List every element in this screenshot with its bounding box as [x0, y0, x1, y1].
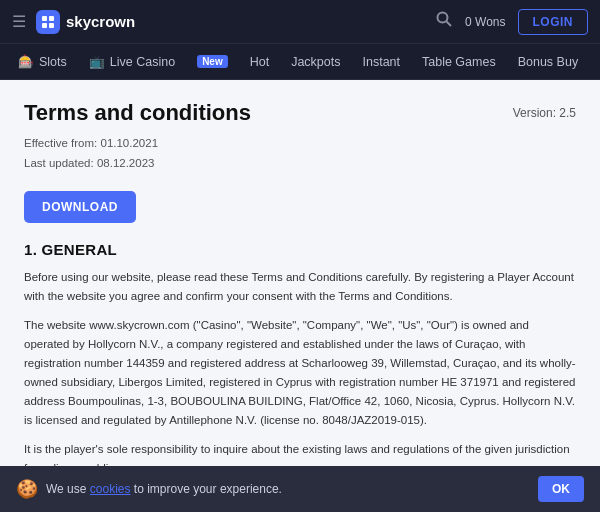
nav-label-hot: Hot: [250, 55, 269, 69]
page-title-row: Terms and conditions Version: 2.5: [24, 100, 576, 126]
download-button[interactable]: DOWNLOAD: [24, 191, 136, 223]
cookie-ok-button[interactable]: OK: [538, 476, 584, 502]
search-icon[interactable]: [435, 10, 453, 33]
wins-badge: 0 Wons: [465, 15, 505, 29]
effective-dates: Effective from: 01.10.2021 Last updated:…: [24, 134, 576, 173]
nav-item-drops-wins[interactable]: Drops & Wins: [590, 50, 600, 74]
cookie-text: We use cookies to improve your experienc…: [46, 482, 530, 496]
cookie-text-before: We use: [46, 482, 86, 496]
nav-item-live-casino[interactable]: 📺 Live Casino: [79, 49, 185, 74]
main-content: Terms and conditions Version: 2.5 Effect…: [0, 80, 600, 512]
new-tag: New: [197, 55, 228, 68]
header: ☰ skycrown 0 Wons LOGIN: [0, 0, 600, 44]
svg-line-5: [447, 22, 452, 27]
cookie-link[interactable]: cookies: [90, 482, 131, 496]
nav-item-new[interactable]: New: [187, 50, 238, 73]
svg-rect-2: [42, 23, 47, 28]
effective-from: Effective from: 01.10.2021: [24, 134, 576, 154]
svg-rect-3: [49, 23, 54, 28]
page-title: Terms and conditions: [24, 100, 251, 126]
live-casino-icon: 📺: [89, 54, 105, 69]
cookie-bar: 🍪 We use cookies to improve your experie…: [0, 466, 600, 512]
section-1-para-1: Before using our website, please read th…: [24, 268, 576, 306]
version-text: Version: 2.5: [513, 100, 576, 120]
nav-label-bonus-buy: Bonus Buy: [518, 55, 578, 69]
section-1-title: 1. GENERAL: [24, 241, 576, 258]
hamburger-icon[interactable]: ☰: [12, 12, 26, 31]
slots-icon: 🎰: [18, 54, 34, 69]
nav-bar: 🎰 Slots 📺 Live Casino New Hot Jackpots I…: [0, 44, 600, 80]
nav-label-instant: Instant: [362, 55, 400, 69]
nav-item-slots[interactable]: 🎰 Slots: [8, 49, 77, 74]
header-left: ☰ skycrown: [12, 10, 135, 34]
section-1-para-2: The website www.skycrown.com ("Casino", …: [24, 316, 576, 430]
nav-label-jackpots: Jackpots: [291, 55, 340, 69]
cookie-text-after: to improve your experience.: [134, 482, 282, 496]
svg-rect-0: [42, 16, 47, 21]
svg-rect-1: [49, 16, 54, 21]
logo-container: skycrown: [36, 10, 135, 34]
cookie-icon: 🍪: [16, 478, 38, 500]
nav-label-live-casino: Live Casino: [110, 55, 175, 69]
login-button[interactable]: LOGIN: [518, 9, 589, 35]
section-1: 1. GENERAL Before using our website, ple…: [24, 241, 576, 478]
nav-item-hot[interactable]: Hot: [240, 50, 279, 74]
nav-item-bonus-buy[interactable]: Bonus Buy: [508, 50, 588, 74]
nav-item-jackpots[interactable]: Jackpots: [281, 50, 350, 74]
nav-label-table-games: Table Games: [422, 55, 496, 69]
svg-point-4: [438, 13, 448, 23]
logo-text: skycrown: [66, 13, 135, 30]
logo-icon: [36, 10, 60, 34]
header-right: 0 Wons LOGIN: [435, 9, 588, 35]
nav-label-slots: Slots: [39, 55, 67, 69]
nav-item-table-games[interactable]: Table Games: [412, 50, 506, 74]
last-updated: Last updated: 08.12.2023: [24, 154, 576, 174]
nav-item-instant[interactable]: Instant: [352, 50, 410, 74]
